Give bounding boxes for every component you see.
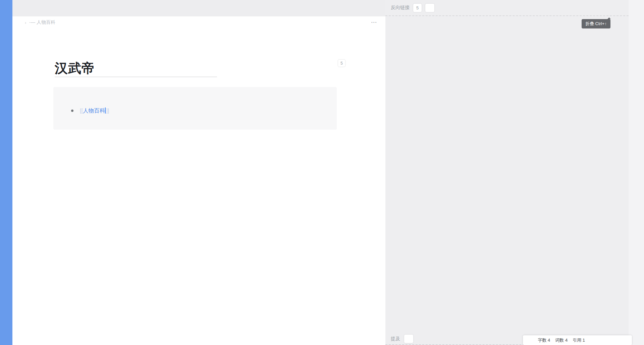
backlinks-title: 反向链接 (391, 5, 410, 11)
right-dock (629, 0, 644, 345)
collapse-tooltip: 折叠 Ctrl+↑ (582, 19, 610, 28)
tab-menu-button[interactable] (26, 4, 34, 12)
breadcrumb: › ·— 人物百科 ⋯ (12, 16, 385, 28)
backlinks-header: 反向链接 5 (385, 0, 629, 16)
quote-marker-icon (56, 108, 62, 113)
left-dock (0, 0, 12, 345)
backlinks-count-badge: 5 (413, 4, 422, 12)
doc-title[interactable]: 汉武帝 (55, 28, 385, 76)
editor[interactable]: 汉武帝 5 [[人物百科]] (12, 28, 385, 345)
breadcrumb-doc-label[interactable]: ·— 人物百科 (29, 19, 55, 25)
bullet-icon (71, 110, 73, 112)
mentions-filter-button[interactable] (404, 335, 413, 343)
quote-list-item[interactable]: [[人物百科]] (53, 106, 109, 116)
comment-icon[interactable] (590, 337, 596, 343)
term-count: 词数 4 (555, 337, 568, 343)
title-backlink-badge[interactable]: 5 (338, 60, 345, 67)
filter-icon (427, 5, 432, 10)
quote-icon (66, 96, 75, 103)
tab-bar (12, 0, 385, 16)
help-icon[interactable] (622, 337, 628, 343)
app-window: › ·— 人物百科 ⋯ 汉武帝 5 [[人物百科]] 反向链接 5 (0, 0, 644, 345)
word-count: 字数 4 (538, 337, 550, 343)
status-bar: 字数 4 词数 4 引用 1 (523, 335, 632, 345)
more-button[interactable]: ⋯ (369, 20, 379, 24)
new-tab-button[interactable] (16, 4, 23, 12)
document-icon (16, 20, 22, 25)
ref-bracket-open: [[ (80, 108, 83, 114)
lock-icon[interactable] (601, 337, 606, 343)
caret-down-icon (28, 5, 33, 10)
filter-button[interactable] (425, 4, 434, 12)
ref-text[interactable]: 人物百科 (83, 108, 105, 114)
terminal-icon[interactable] (611, 337, 617, 343)
editor-area: › ·— 人物百科 ⋯ 汉武帝 5 [[人物百科]] (12, 0, 385, 345)
width-icon[interactable] (527, 337, 533, 343)
block-ref[interactable]: [[人物百科]] (80, 107, 109, 115)
filter-icon (406, 336, 411, 341)
mentions-title: 提及 (391, 336, 400, 342)
breadcrumb-separator: › (25, 20, 26, 25)
ref-count: 引用 1 (573, 337, 585, 343)
backlinks-panel: 反向链接 5 提及 (385, 0, 629, 345)
ref-bracket-close: ]] (106, 108, 109, 114)
quote-block[interactable]: [[人物百科]] (53, 87, 337, 130)
title-divider (55, 77, 217, 77)
text-cursor (105, 108, 106, 114)
plus-icon (17, 5, 22, 10)
